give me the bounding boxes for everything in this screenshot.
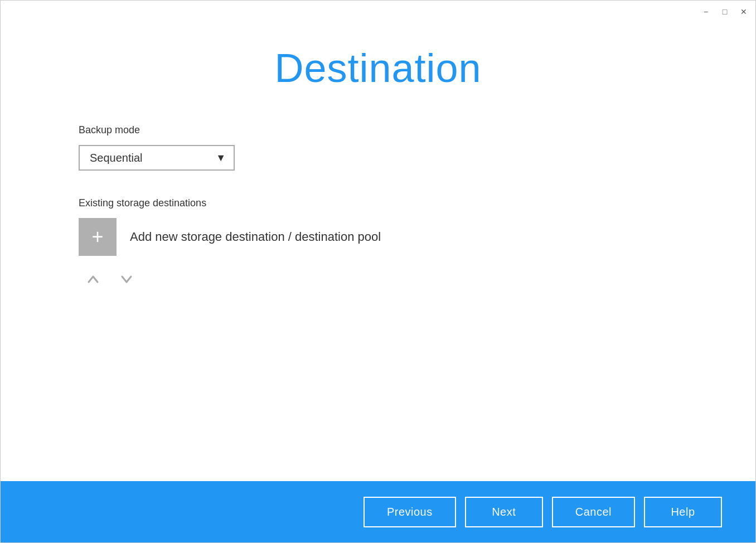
backup-mode-select[interactable]: Sequential Mirror Rotation — [79, 145, 235, 171]
move-buttons-container — [79, 269, 677, 293]
help-button[interactable]: Help — [644, 497, 722, 527]
cancel-button[interactable]: Cancel — [552, 497, 635, 527]
content-area: Destination Backup mode Sequential Mirro… — [1, 23, 755, 481]
move-up-button[interactable] — [81, 269, 105, 293]
backup-mode-section: Backup mode Sequential Mirror Rotation ▼ — [79, 124, 677, 171]
backup-mode-dropdown-container: Sequential Mirror Rotation ▼ — [79, 145, 235, 171]
minimize-button[interactable]: − — [701, 7, 711, 17]
storage-destinations-label: Existing storage destinations — [79, 197, 677, 209]
add-destination-button[interactable]: + — [79, 218, 117, 256]
move-down-button[interactable] — [114, 269, 139, 293]
backup-mode-label: Backup mode — [79, 124, 677, 136]
close-button[interactable]: ✕ — [739, 7, 749, 17]
next-button[interactable]: Next — [465, 497, 543, 527]
page-title: Destination — [79, 45, 677, 91]
previous-button[interactable]: Previous — [364, 497, 456, 527]
wizard-window: − □ ✕ Destination Backup mode Sequential… — [0, 0, 756, 543]
chevron-up-icon — [85, 272, 101, 287]
chevron-down-icon — [119, 272, 134, 287]
add-destination-row: + Add new storage destination / destinat… — [79, 218, 677, 256]
add-destination-text: Add new storage destination / destinatio… — [130, 230, 381, 244]
footer: Previous Next Cancel Help — [1, 481, 755, 542]
storage-destinations-section: Existing storage destinations + Add new … — [79, 197, 677, 293]
maximize-button[interactable]: □ — [720, 7, 730, 17]
title-bar: − □ ✕ — [1, 1, 755, 23]
